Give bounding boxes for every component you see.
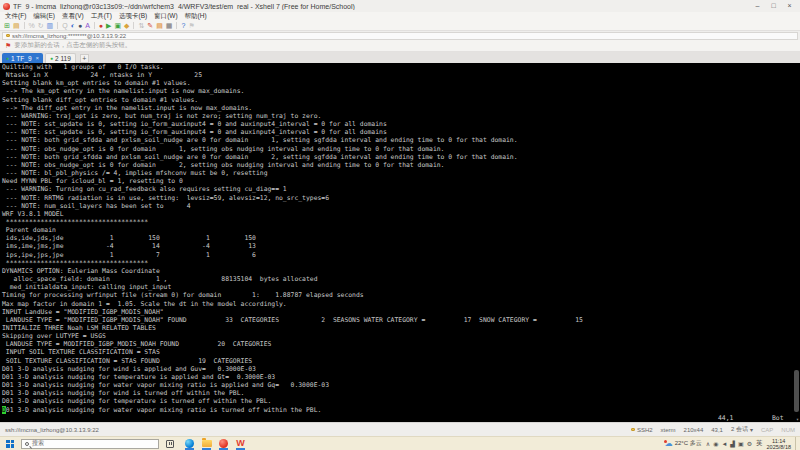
settings-icon[interactable]: ⚙ (747, 440, 752, 448)
vim-ruler: 44,1 Bot (0, 414, 800, 422)
terminal-lines: Quilting with 1 groups of 0 I/O tasks. N… (0, 63, 800, 414)
task-view-button[interactable] (166, 440, 174, 448)
edge-browser-taskbar-button[interactable] (181, 437, 198, 450)
tab-bar: ●1 TF_9×●2 119 + (0, 52, 800, 63)
flag-icon: ⚑ (5, 42, 11, 50)
menu-item[interactable]: 帮助(H) (185, 12, 207, 21)
chevron-down-icon: ▾ (750, 426, 753, 433)
tab-2-119[interactable]: ●2 119 (45, 53, 76, 63)
status-caps-lock: CAP (761, 427, 773, 433)
reconnect-icon[interactable]: ↻ (38, 21, 44, 30)
transfer-icon[interactable]: ⇅ (138, 21, 144, 30)
close-button[interactable]: × (782, 1, 797, 11)
terminal-line: D01 3-D analysis nudging for wind is tur… (2, 389, 800, 397)
encoding-icon[interactable]: ● (78, 21, 82, 30)
terminal-line: --- WARNING: traj_opt is zero, but num_t… (2, 112, 800, 120)
start-button[interactable] (6, 440, 14, 448)
edge-browser-icon (185, 439, 194, 448)
terminal-line: --- NOTE: bl_pbl_physics /= 4, implies m… (2, 169, 800, 177)
record-circle-icon[interactable]: ◉ (713, 440, 718, 448)
menu-item[interactable]: 工具(T) (91, 12, 112, 21)
toolbar-separator (133, 22, 134, 29)
edit-icon[interactable]: ✎ (147, 21, 153, 30)
tab-list: ●1 TF_9×●2 119 (2, 53, 76, 63)
ruler-position: 44,1 (718, 414, 733, 422)
terminal-line: WRF V3.8.1 MODEL (2, 210, 800, 218)
menu-bar: 文件(F)编辑(E)查看(V)工具(T)选项卡(B)窗口(W)帮助(H) (0, 12, 800, 21)
scrollbar-thumb[interactable] (794, 370, 799, 412)
address-field[interactable]: ssh://imcma_lizhong:********@10.3.13.9:2… (2, 32, 798, 40)
folder-icon[interactable]: ▤ (156, 21, 163, 30)
taskbar-clock[interactable]: 11:14 2025/8/18 (767, 438, 791, 450)
open-session-icon[interactable]: ▤ (13, 21, 20, 30)
record-icon[interactable]: ● (99, 21, 103, 30)
terminal-line: --> The diff_opt entry in the namelist.i… (2, 104, 800, 112)
menu-item[interactable]: 文件(F) (5, 12, 26, 21)
status-connection: ssh://imcma_lizhong@10.3.13.9:22 (5, 427, 99, 433)
tab-label: 1 TF_9 (11, 55, 31, 62)
session-status-dot: ● (6, 56, 9, 61)
file-explorer-icon (202, 440, 212, 447)
search-placeholder: 搜索 (32, 439, 44, 448)
flag-icon[interactable]: ⚑ (188, 21, 194, 30)
terminal-line: --- WARNING: Turning on cu_rad_feedback … (2, 185, 800, 193)
terminal-cursor: D (2, 406, 6, 414)
wps-office-taskbar-button[interactable]: W (232, 437, 249, 450)
tab-close-icon[interactable]: × (36, 55, 40, 61)
notification-bar: ⚑ 要添加新的会话，点击左侧的箭头按钮。 (0, 40, 800, 52)
terminal-line: D01 3-D analysis nudging for wind is app… (2, 365, 800, 373)
menu-item[interactable]: 查看(V) (62, 12, 84, 21)
lock-icon[interactable]: ◆ (124, 21, 129, 30)
terminal-line: DYNAMICS OPTION: Eulerian Mass Coordinat… (2, 267, 800, 275)
terminal-line: --- NOTE: both grid_sfdda and pxlsm_soil… (2, 136, 800, 144)
search-icon (25, 442, 29, 446)
tab-1-tf_9[interactable]: ●1 TF_9× (2, 53, 43, 63)
tray-app-icon[interactable]: ▣ (738, 440, 744, 448)
terminal-line: --- NOTE: obs_nudge_opt is 0 for domain … (2, 161, 800, 169)
lock-icon (6, 34, 10, 37)
menu-item[interactable]: 编辑(E) (33, 12, 55, 21)
session-manager-icon[interactable]: ▥ (47, 21, 54, 30)
toolbar-icons: ⊞▤%↻▥Q◐●A●▶▣◆⇅✎▤▦?⚑ (0, 21, 800, 31)
maximize-button[interactable]: □ (766, 1, 781, 11)
cut-icon[interactable]: % (29, 21, 35, 30)
show-desktop-button[interactable] (795, 437, 798, 450)
fullscreen-icon[interactable]: ▣ (114, 21, 121, 30)
terminal[interactable]: Quilting with 1 groups of 0 I/O tasks. N… (0, 63, 800, 422)
status-session-count[interactable]: 2 会话▾ (731, 425, 753, 434)
toolbar-separator (176, 22, 177, 29)
help-icon[interactable]: ? (181, 21, 185, 30)
terminal-line: ************************************* (2, 218, 800, 226)
input-language-indicator[interactable]: 英 (756, 439, 763, 448)
terminal-line: --- NOTE: sst_update is 0, setting io_fo… (2, 120, 800, 128)
wps-office-icon: W (236, 439, 245, 448)
file-explorer-taskbar-button[interactable] (198, 437, 215, 450)
scrollbar-down-arrow[interactable]: ▾ (796, 416, 799, 422)
screen-icon[interactable]: ◐ (71, 21, 75, 30)
weather-widget[interactable]: ☁ 22°C 多云 (665, 439, 702, 448)
taskbar-apps: W (181, 437, 249, 450)
address-url: ssh://imcma_lizhong:********@10.3.13.9:2… (12, 33, 126, 39)
new-session-icon[interactable]: ⊞ (4, 21, 10, 30)
search-box[interactable]: 搜索 (21, 439, 159, 449)
minimize-button[interactable]: – (750, 1, 765, 11)
xshell-app-icon (3, 3, 10, 10)
new-tab-button[interactable]: + (80, 54, 89, 63)
toolbar-separator (24, 22, 25, 29)
network-icon[interactable]: ▟ (730, 440, 735, 448)
font-icon[interactable]: A (85, 21, 90, 30)
status-bar: ssh://imcma_lizhong@10.3.13.9:22 SSH2 xt… (0, 422, 800, 436)
run-icon[interactable]: ▶ (106, 21, 111, 30)
terminal-line: Setting blank km_opt entries to domain #… (2, 79, 800, 87)
terminal-line: Need MYNN PBL for icloud_bl = 1, resetti… (2, 177, 800, 185)
menu-item[interactable]: 窗口(W) (154, 12, 177, 21)
find-icon[interactable]: Q (62, 21, 67, 30)
menu-item[interactable]: 选项卡(B) (119, 12, 147, 21)
terminal-line: SOIL TEXTURE CLASSIFICATION = STAS FOUND… (2, 357, 800, 365)
chevron-up-icon[interactable]: ∧ (706, 440, 710, 448)
title-bar: TF_9 - imcma_lizhong@r03c13s09:~/ddn/wrf… (0, 0, 800, 12)
xshell-app-taskbar-button[interactable] (215, 437, 232, 450)
terminal-line: D01 3-D analysis nudging for temperature… (2, 373, 800, 381)
layout-icon[interactable]: ▦ (166, 21, 173, 30)
volume-muted-icon[interactable]: ◄ (721, 440, 727, 448)
